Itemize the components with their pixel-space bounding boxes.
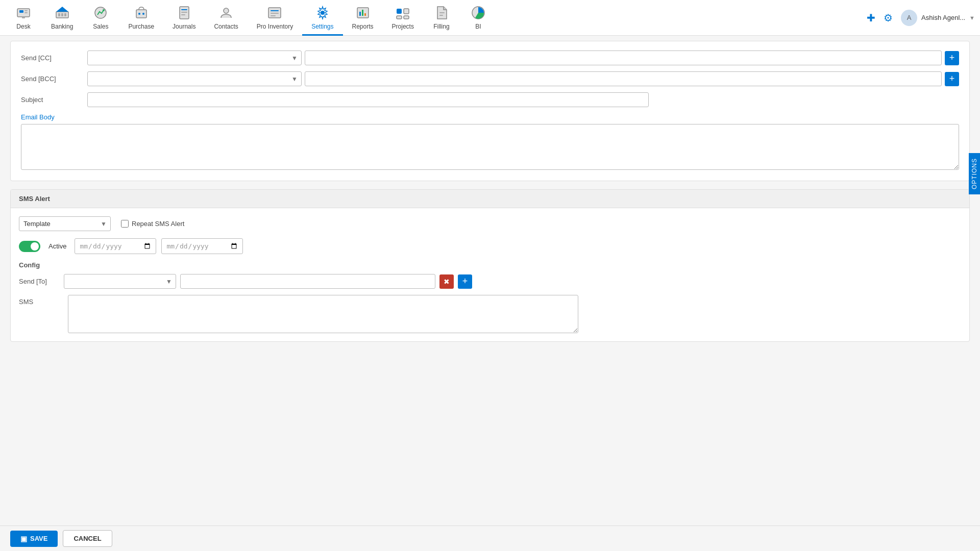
- nav-label-desk: Desk: [16, 23, 30, 30]
- nav-item-sales[interactable]: Sales: [82, 0, 119, 36]
- sms-top-row: Template ▼ Repeat SMS Alert: [19, 216, 961, 231]
- nav-label-banking: Banking: [51, 23, 73, 30]
- nav-item-banking[interactable]: Banking: [42, 0, 82, 36]
- svg-rect-34: [439, 15, 443, 16]
- svg-rect-12: [136, 10, 146, 18]
- cancel-button[interactable]: CANCEL: [63, 530, 112, 547]
- svg-rect-3: [24, 12, 28, 13]
- svg-rect-21: [271, 10, 279, 11]
- nav-label-purchase: Purchase: [128, 23, 154, 30]
- chevron-down-icon: ▼: [969, 15, 975, 21]
- nav-item-desk[interactable]: Desk: [5, 0, 42, 36]
- send-bcc-select[interactable]: [87, 71, 302, 86]
- config-label: Config: [19, 261, 961, 269]
- svg-rect-22: [271, 13, 279, 14]
- user-name: Ashish Agenl...: [921, 14, 965, 21]
- send-bcc-label: Send [BCC]: [21, 75, 82, 83]
- nav-item-bi[interactable]: BI: [460, 0, 497, 36]
- send-cc-input[interactable]: [305, 51, 942, 65]
- svg-rect-16: [181, 9, 187, 10]
- svg-rect-17: [181, 12, 187, 13]
- active-toggle-row: Active: [19, 238, 961, 254]
- nav-item-contacts[interactable]: Contacts: [205, 0, 247, 36]
- send-bcc-input[interactable]: [305, 71, 942, 86]
- nav-label-reports: Reports: [352, 23, 374, 30]
- send-bcc-inputs: ▼ +: [87, 71, 959, 86]
- send-to-select-wrap: ▼: [64, 274, 176, 289]
- toggle-slider: [19, 241, 40, 252]
- email-section-card: Send [CC] ▼ + Send [BCC]: [10, 41, 970, 181]
- svg-point-19: [224, 8, 229, 13]
- repeat-sms-text: Repeat SMS Alert: [132, 220, 184, 228]
- svg-rect-18: [181, 14, 185, 15]
- svg-rect-4: [22, 17, 25, 18]
- svg-rect-28: [364, 13, 366, 16]
- svg-rect-32: [404, 16, 409, 19]
- nav-label-contacts: Contacts: [214, 23, 238, 30]
- svg-rect-30: [404, 9, 409, 14]
- banking-icon: [53, 4, 71, 22]
- send-to-row: Send [To] ▼ ✖ +: [19, 274, 961, 289]
- subject-input[interactable]: [87, 92, 649, 107]
- svg-rect-31: [397, 16, 402, 19]
- template-select[interactable]: Template: [19, 216, 111, 231]
- filling-icon: [432, 4, 451, 22]
- nav-item-filling[interactable]: Filling: [423, 0, 460, 36]
- nav-item-projects[interactable]: Projects: [383, 0, 423, 36]
- settings-gear-button[interactable]: ⚙: [884, 12, 893, 24]
- svg-rect-29: [397, 9, 402, 14]
- template-select-wrap: Template ▼: [19, 216, 111, 231]
- bottom-bar: ▣ SAVE CANCEL: [0, 525, 980, 551]
- send-cc-add-button[interactable]: +: [945, 51, 959, 65]
- top-navigation: Desk Banking Sales Purchase Journals Con…: [0, 0, 980, 36]
- save-label: SAVE: [30, 535, 47, 542]
- email-body-label: Email Body: [21, 113, 959, 121]
- svg-rect-9: [64, 13, 66, 16]
- svg-marker-6: [56, 7, 68, 12]
- sms-alert-body: Template ▼ Repeat SMS Alert Active: [11, 208, 969, 341]
- svg-rect-8: [61, 13, 63, 16]
- sms-textarea[interactable]: [68, 295, 578, 333]
- send-cc-select-wrap: ▼: [87, 51, 302, 65]
- nav-item-purchase[interactable]: Purchase: [119, 0, 163, 36]
- svg-rect-1: [19, 10, 23, 13]
- send-cc-inputs: ▼ +: [87, 51, 959, 65]
- save-button[interactable]: ▣ SAVE: [10, 531, 58, 547]
- pro-inventory-icon: [265, 4, 284, 22]
- nav-label-filling: Filling: [433, 23, 449, 30]
- reports-icon: [354, 4, 372, 22]
- send-cc-label: Send [CC]: [21, 54, 82, 62]
- email-body-section: Email Body: [21, 113, 959, 171]
- active-toggle[interactable]: [19, 241, 40, 252]
- send-bcc-add-button[interactable]: +: [945, 72, 959, 86]
- nav-item-reports[interactable]: Reports: [343, 0, 383, 36]
- email-body-textarea[interactable]: [21, 124, 959, 170]
- nav-label-sales: Sales: [93, 23, 108, 30]
- nav-item-settings[interactable]: Settings: [302, 0, 342, 36]
- sms-alert-header: SMS Alert: [11, 190, 969, 208]
- valid-to-input[interactable]: [161, 238, 243, 254]
- journals-icon: [175, 4, 193, 22]
- repeat-sms-checkbox[interactable]: [121, 220, 129, 228]
- svg-point-14: [142, 13, 144, 15]
- nav-item-pro-inventory[interactable]: Pro Inventory: [248, 0, 302, 36]
- nav-item-journals[interactable]: Journals: [163, 0, 205, 36]
- sales-icon: [91, 4, 110, 22]
- user-area[interactable]: A Ashish Agenl... ▼: [901, 10, 975, 26]
- send-cc-select[interactable]: [87, 51, 302, 65]
- add-new-button[interactable]: ✚: [867, 12, 875, 24]
- svg-point-24: [321, 11, 325, 15]
- send-to-remove-button[interactable]: ✖: [439, 274, 454, 289]
- send-to-input[interactable]: [180, 274, 435, 289]
- options-tab[interactable]: OPTIONS: [969, 153, 980, 194]
- save-icon: ▣: [20, 535, 27, 543]
- nav-label-pro-inventory: Pro Inventory: [257, 23, 293, 30]
- subject-label: Subject: [21, 96, 82, 104]
- repeat-sms-label[interactable]: Repeat SMS Alert: [121, 220, 184, 228]
- projects-icon: [394, 4, 412, 22]
- valid-from-input[interactable]: [75, 238, 156, 254]
- send-to-add-button[interactable]: +: [458, 274, 472, 289]
- send-to-select[interactable]: [64, 274, 176, 289]
- svg-rect-27: [362, 10, 363, 16]
- nav-right: ✚ ⚙ A Ashish Agenl... ▼: [867, 10, 975, 26]
